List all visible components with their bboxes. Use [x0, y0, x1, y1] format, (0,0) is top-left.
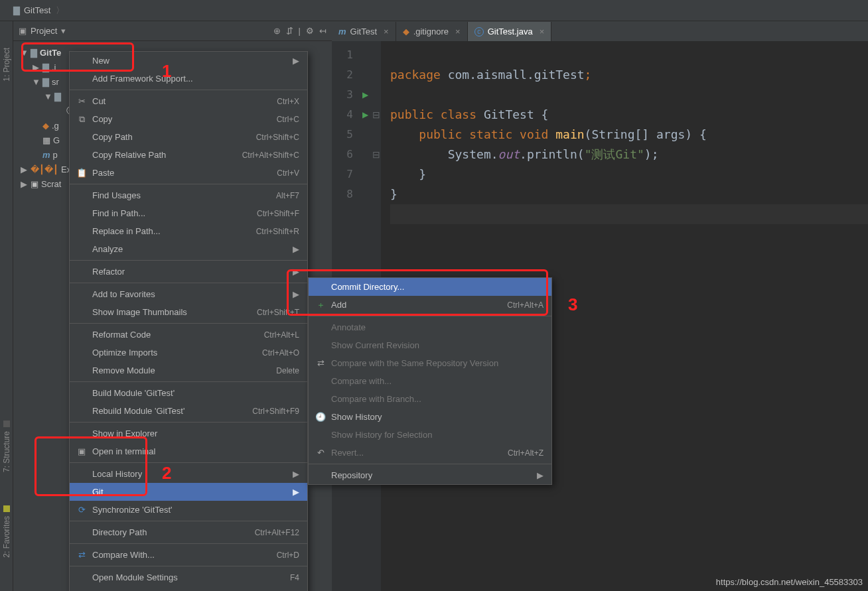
tree-idea[interactable]: .i: [52, 62, 56, 72]
menu-open-terminal[interactable]: ▣Open in terminal: [70, 442, 307, 460]
menu-label: Compare with Branch...: [331, 394, 421, 404]
submenu-commit-directory[interactable]: Commit Directory...: [309, 278, 551, 296]
menu-copy-path[interactable]: Copy PathCtrl+Shift+C: [70, 128, 307, 146]
tab-project[interactable]: 1: Project: [2, 48, 11, 82]
tree-G[interactable]: G: [53, 135, 60, 145]
line-number: 8: [332, 184, 353, 204]
menu-label: Find in Path...: [92, 208, 145, 218]
shortcut: Ctrl+Alt+Z: [508, 448, 543, 458]
gear-icon[interactable]: ⚙: [306, 26, 314, 36]
code-token: "测试Git": [585, 147, 644, 161]
tab-gittest[interactable]: mGitTest×: [332, 22, 396, 41]
fold-icon[interactable]: ⊟: [372, 105, 381, 125]
menu-add-favorites[interactable]: Add to Favorites▶: [70, 285, 307, 303]
menu-local-history[interactable]: Local History▶: [70, 465, 307, 483]
menu-copy[interactable]: ⧉CopyCtrl+C: [70, 110, 307, 128]
watermark: https://blog.csdn.net/weixin_45583303: [716, 577, 863, 587]
close-icon[interactable]: ×: [455, 27, 461, 36]
submenu-compare-branch: Compare with Branch...: [309, 390, 551, 408]
code-token: .println(: [520, 147, 585, 161]
menu-rebuild-module[interactable]: Rebuild Module 'GitTest'Ctrl+Shift+F9: [70, 402, 307, 420]
chevron-down-icon[interactable]: ▾: [61, 26, 66, 36]
shortcut: Ctrl+Alt+Shift+C: [242, 151, 299, 160]
line-number: 4: [332, 105, 353, 125]
menu-copy-relative-path[interactable]: Copy Relative PathCtrl+Alt+Shift+C: [70, 146, 307, 164]
separator: [70, 323, 307, 324]
code-token: }: [390, 187, 398, 201]
menu-replace-in-path[interactable]: Replace in Path...Ctrl+Shift+R: [70, 222, 307, 240]
menu-show-thumbnails[interactable]: Show Image ThumbnailsCtrl+Shift+T: [70, 303, 307, 321]
shortcut: Ctrl+V: [277, 168, 299, 178]
menu-cut[interactable]: ✂CutCtrl+X: [70, 92, 307, 110]
menu-git[interactable]: Git▶: [70, 483, 307, 501]
menu-label: Compare With...: [92, 550, 155, 560]
code-token: );: [644, 147, 659, 161]
menu-label: Open in terminal: [92, 446, 155, 456]
separator: [309, 316, 551, 316]
annotation-3: 3: [568, 295, 577, 315]
menu-label: Add Framework Support...: [92, 74, 193, 84]
menu-mark-directory[interactable]: Mark Directory as▶: [70, 586, 307, 591]
hide-icon[interactable]: ↤: [319, 26, 326, 36]
code-token: }: [390, 167, 426, 181]
menu-label: New: [92, 56, 109, 66]
menu-label: Optimize Imports: [92, 348, 157, 358]
shortcut: Ctrl+X: [277, 97, 299, 106]
menu-build-module[interactable]: Build Module 'GitTest': [70, 384, 307, 402]
shortcut: Ctrl+D: [277, 551, 299, 560]
favorites-icon: [3, 505, 10, 512]
code-token: public class: [390, 107, 484, 121]
menu-open-module-settings[interactable]: Open Module SettingsF4: [70, 568, 307, 586]
submenu-arrow-icon: ▶: [293, 469, 299, 479]
submenu-show-history[interactable]: 🕘Show History: [309, 408, 551, 426]
close-icon[interactable]: ×: [384, 27, 389, 36]
menu-compare-with[interactable]: ⇄Compare With...Ctrl+D: [70, 546, 307, 564]
submenu-repository[interactable]: Repository▶: [309, 466, 551, 484]
menu-reformat[interactable]: Reformat CodeCtrl+Alt+L: [70, 326, 307, 344]
code-token: System.: [390, 147, 498, 161]
menu-find-in-path[interactable]: Find in Path...Ctrl+Shift+F: [70, 204, 307, 222]
menu-label: Open Module Settings: [92, 572, 178, 582]
git-submenu: Commit Directory... ＋AddCtrl+Alt+A Annot…: [308, 277, 552, 485]
tab-gittest-java[interactable]: cGitTest.java×: [468, 22, 552, 41]
menu-paste[interactable]: 📋PasteCtrl+V: [70, 164, 307, 182]
menu-remove-module[interactable]: Remove ModuleDelete: [70, 361, 307, 379]
menu-analyze[interactable]: Analyze▶: [70, 240, 307, 258]
locate-icon[interactable]: ⊕: [273, 26, 281, 36]
menu-refactor[interactable]: Refactor▶: [70, 263, 307, 281]
separator: [70, 521, 307, 521]
tree-root[interactable]: GitTe: [40, 48, 61, 58]
tree-src[interactable]: sr: [52, 77, 59, 87]
menu-add-framework[interactable]: Add Framework Support...: [70, 70, 307, 88]
code-token: out: [498, 147, 520, 161]
play-icon[interactable]: ▶: [358, 105, 372, 125]
menu-new[interactable]: New▶: [70, 52, 307, 70]
tab-label: GitTest.java: [488, 27, 533, 36]
tab-gitignore[interactable]: ◆.gitignore×: [396, 22, 468, 41]
menu-show-explorer[interactable]: Show in Explorer: [70, 425, 307, 442]
breadcrumb-title[interactable]: GitTest: [24, 5, 50, 15]
shortcut: Ctrl+Alt+A: [507, 300, 543, 310]
project-title[interactable]: Project: [31, 26, 57, 36]
shortcut: Ctrl+Shift+F: [257, 209, 299, 218]
menu-directory-path[interactable]: Directory PathCtrl+Alt+F12: [70, 523, 307, 541]
submenu-arrow-icon: ▶: [293, 487, 299, 497]
shortcut: Ctrl+Shift+T: [257, 308, 299, 317]
tab-favorites[interactable]: 2: Favorites: [2, 516, 11, 558]
menu-synchronize[interactable]: ⟳Synchronize 'GitTest': [70, 501, 307, 519]
context-menu: New▶ Add Framework Support... ✂CutCtrl+X…: [69, 51, 308, 591]
tree-scr[interactable]: Scrat: [41, 179, 61, 189]
tree-p[interactable]: p: [53, 150, 58, 160]
play-icon[interactable]: ▶: [358, 85, 372, 105]
tree-g[interactable]: .g: [52, 121, 59, 131]
collapse-icon[interactable]: ⇵: [286, 26, 293, 36]
fold-icon[interactable]: ⊟: [372, 145, 381, 164]
breadcrumb: ▇ GitTest 〉: [0, 0, 868, 21]
close-icon[interactable]: ×: [540, 27, 545, 36]
submenu-add[interactable]: ＋AddCtrl+Alt+A: [309, 296, 551, 314]
tab-structure[interactable]: 7: Structure: [2, 431, 11, 472]
menu-find-usages[interactable]: Find UsagesAlt+F7: [70, 186, 307, 204]
separator: [309, 464, 551, 464]
menu-optimize-imports[interactable]: Optimize ImportsCtrl+Alt+O: [70, 344, 307, 361]
separator: [70, 422, 307, 423]
